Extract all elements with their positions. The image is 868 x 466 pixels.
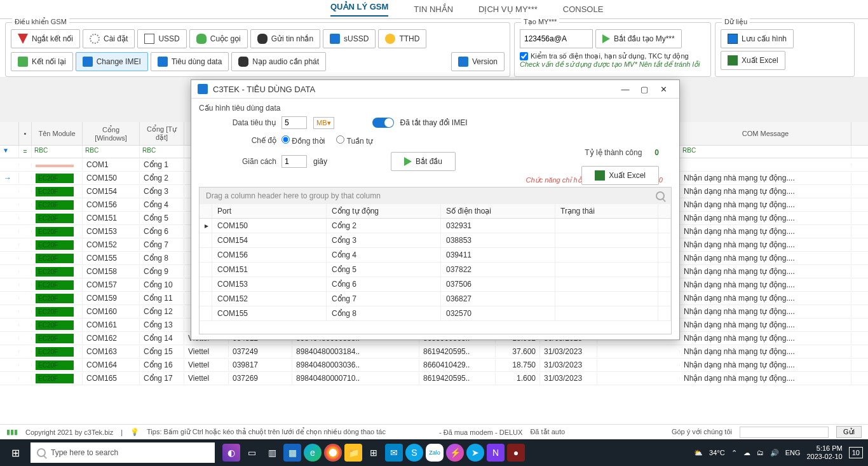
change-imei-button[interactable]: Change IMEI <box>76 52 148 71</box>
mh-port[interactable]: Port <box>212 204 327 218</box>
start-tao-button[interactable]: Bắt đầu tạo My*** <box>595 29 682 48</box>
interval-input[interactable] <box>281 155 307 168</box>
explorer-icon[interactable]: 📁 <box>344 444 362 462</box>
check-phone-label: Kiểm tra số điện thoại, hạn sử dụng, TKC… <box>531 52 689 60</box>
tray-chevron-icon[interactable]: ⌃ <box>731 449 737 457</box>
play-icon <box>602 34 610 43</box>
settings-button[interactable]: Cài đặt <box>83 29 135 48</box>
store-icon[interactable]: ⊞ <box>365 444 383 462</box>
header-win[interactable]: Cổng [Windows] <box>83 122 140 145</box>
unit-select[interactable]: MB ▾ <box>313 117 334 129</box>
chrome-icon[interactable] <box>324 444 342 462</box>
coin-icon <box>385 34 395 44</box>
list-icon <box>158 57 168 67</box>
skype-icon[interactable]: S <box>405 444 423 462</box>
table-row[interactable]: COM156Cổng 4039411 <box>200 248 671 263</box>
table-row[interactable]: EC20F COM164 Cổng 16 Viettel 039817 8984… <box>0 359 868 372</box>
maximize-button[interactable]: ▢ <box>635 85 654 94</box>
data-usage-button[interactable]: Tiêu dùng data <box>151 52 229 71</box>
note-icon <box>238 57 248 67</box>
header-msg[interactable]: COM Message <box>680 122 851 145</box>
modal-group-hint[interactable]: Drag a column header here to group by th… <box>200 188 671 204</box>
imei-toggle[interactable] <box>372 118 394 128</box>
table-row[interactable]: COM151Cổng 5037822 <box>200 263 671 277</box>
mh-status[interactable]: Trạng thái <box>555 204 658 218</box>
clock[interactable]: 5:16 PM 2023-02-10 <box>806 444 842 461</box>
check-phone-checkbox[interactable] <box>520 52 528 60</box>
app1-icon[interactable]: ▥ <box>263 444 281 462</box>
calc-icon[interactable]: ▦ <box>283 444 301 462</box>
minimize-button[interactable]: — <box>616 85 635 94</box>
mail-icon[interactable]: ✉ <box>385 444 403 462</box>
mh-phone[interactable]: Số điện thoại <box>441 204 555 218</box>
modal-start-button[interactable]: Bắt đầu <box>391 152 456 171</box>
reconnect-button[interactable]: Kết nối lại <box>11 52 73 71</box>
tab-my[interactable]: DỊCH VỤ MY*** <box>478 4 538 14</box>
cortana-icon[interactable]: ◐ <box>222 444 240 462</box>
table-row[interactable]: COM154Cổng 3038853 <box>200 233 671 248</box>
volume-icon[interactable]: 🔊 <box>770 449 779 457</box>
edge-icon[interactable]: e <box>304 444 322 462</box>
top-tabs: QUẢN LÝ GSM TIN NHẮN DỊCH VỤ MY*** CONSO… <box>0 0 868 19</box>
table-row[interactable]: COM153Cổng 6037506 <box>200 277 671 292</box>
search-icon <box>37 448 46 457</box>
excel-icon <box>595 170 605 181</box>
onenote-icon[interactable]: N <box>487 444 505 462</box>
tab-sms[interactable]: TIN NHẮN <box>414 4 453 14</box>
table-row[interactable]: ▸COM150Cổng 2032931 <box>200 219 671 233</box>
taskbar-search[interactable]: Type here to search <box>31 442 215 463</box>
sussd-button[interactable]: sUSSD <box>323 29 376 48</box>
messenger-icon[interactable]: ⚡ <box>446 444 464 462</box>
ussd-button[interactable]: USSD <box>137 29 186 48</box>
tthd-button[interactable]: TTHD <box>378 29 426 48</box>
version-button[interactable]: Version <box>451 52 505 71</box>
task-view-icon[interactable]: ▭ <box>243 444 261 462</box>
feedback-input[interactable] <box>740 427 829 438</box>
modal-title-text: C3TEK - TIÊU DÙNG DATA <box>213 85 315 94</box>
header-auto[interactable]: Cổng [Tự đặt] <box>140 122 184 145</box>
modal-export-button[interactable]: Xuất Excel <box>581 166 659 185</box>
usage-input[interactable] <box>281 116 307 129</box>
modal-titlebar[interactable]: C3TEK - TIÊU DÙNG DATA — ▢ ✕ <box>191 80 679 99</box>
lang-text[interactable]: ENG <box>785 449 801 456</box>
battery-icon[interactable]: 🗂 <box>757 449 764 456</box>
table-row[interactable]: COM152Cổng 7036827 <box>200 292 671 306</box>
rate-value: 0 <box>654 148 659 157</box>
header-module[interactable]: Tên Module <box>32 122 83 145</box>
tao-input[interactable] <box>520 29 593 48</box>
onedrive-icon[interactable]: ☁ <box>743 449 750 457</box>
send-button[interactable]: Gửi <box>836 426 862 438</box>
close-button[interactable]: ✕ <box>654 85 673 94</box>
save-icon <box>728 34 738 44</box>
export-excel-button[interactable]: Xuất Excel <box>721 51 785 70</box>
save-config-button[interactable]: Lưu cấu hình <box>721 29 794 48</box>
tab-console[interactable]: CONSOLE <box>563 4 604 14</box>
telegram-icon[interactable]: ➤ <box>466 444 484 462</box>
disconnect-button[interactable]: Ngắt kết nối <box>11 29 80 48</box>
disconnect-icon <box>18 34 28 44</box>
seconds-label: giây <box>313 157 327 166</box>
mode-concurrent[interactable]: Đồng thời <box>281 135 330 146</box>
taskbar: ⊞ Type here to search ◐ ▭ ▥ ▦ e 📁 ⊞ ✉ S … <box>0 439 868 466</box>
calendar-badge[interactable]: 10 <box>849 447 863 458</box>
search-icon[interactable] <box>656 191 665 200</box>
weather-icon[interactable]: ⛅ <box>694 449 703 457</box>
copyright-text: Copyright 2021 by c3Tek.biz <box>25 428 113 436</box>
modal-group-title: Cấu hình tiêu dùng data <box>199 104 672 113</box>
app-icon[interactable]: ● <box>507 444 525 462</box>
mode-sequential[interactable]: Tuần tự <box>336 135 378 146</box>
table-row[interactable]: COM155Cổng 8032570 <box>200 306 671 321</box>
audio-button[interactable]: Nạp audio cần phát <box>231 52 326 71</box>
start-button[interactable]: ⊞ <box>0 447 31 459</box>
mh-auto[interactable]: Cổng tự động <box>327 204 441 218</box>
table-row[interactable]: EC20F COM163 Cổng 15 Viettel 037249 8984… <box>0 345 868 359</box>
zalo-icon[interactable]: Zalo <box>426 444 444 462</box>
signal-icon: ▮▮▮ <box>6 428 18 436</box>
modal-tbody[interactable]: ▸COM150Cổng 2032931COM154Cổng 3038853COM… <box>200 219 671 334</box>
tao-panel-title: Tạo MY*** <box>521 18 559 26</box>
call-button[interactable]: Cuộc gọi <box>189 29 248 48</box>
data-usage-modal: C3TEK - TIÊU DÙNG DATA — ▢ ✕ Cấu hình ti… <box>191 79 680 340</box>
table-row[interactable]: EC20F COM165 Cổng 17 Viettel 037269 8984… <box>0 372 868 385</box>
tab-gsm[interactable]: QUẢN LÝ GSM <box>330 2 388 17</box>
send-sms-button[interactable]: Gửi tin nhắn <box>250 29 320 48</box>
